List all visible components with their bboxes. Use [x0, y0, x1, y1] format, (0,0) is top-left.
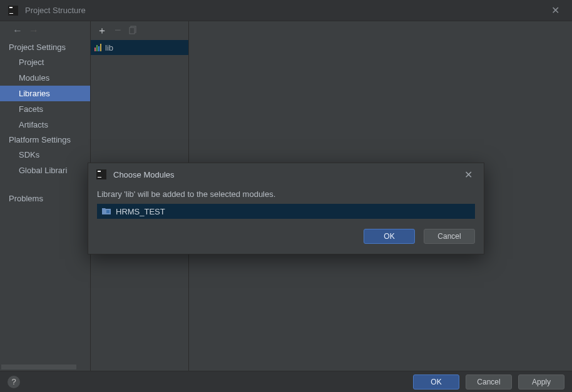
window-title: Project Structure [25, 6, 86, 15]
svg-rect-4 [130, 28, 135, 34]
nav-back-icon[interactable]: ← [13, 25, 23, 36]
sidebar: ← → Project Settings Project Modules Lib… [0, 21, 91, 371]
sidebar-item-libraries[interactable]: Libraries [0, 86, 90, 101]
modal-ok-button[interactable]: OK [364, 229, 415, 244]
sidebar-item-project[interactable]: Project [0, 54, 90, 70]
svg-rect-2 [9, 13, 13, 14]
modal-cancel-button[interactable]: Cancel [424, 229, 475, 244]
nav-history: ← → [0, 21, 90, 40]
window-title-bar: Project Structure ✕ [0, 0, 572, 21]
sidebar-item-problems[interactable]: Problems [0, 191, 90, 206]
sidebar-horizontal-scrollbar[interactable] [1, 364, 76, 369]
ok-button[interactable]: OK [413, 374, 459, 389]
choose-modules-dialog: Choose Modules ✕ Library 'lib' will be a… [88, 163, 484, 254]
dialog-button-bar: ? OK Cancel Apply [0, 371, 572, 392]
modal-module-list: HRMS_TEST [97, 204, 475, 219]
module-item-label: HRMS_TEST [116, 207, 165, 216]
modal-logo-icon [96, 169, 107, 180]
folder-icon [102, 207, 111, 216]
libraries-toolbar: ＋ − [91, 21, 188, 40]
svg-rect-1 [9, 7, 13, 8]
modal-title-bar: Choose Modules ✕ [88, 163, 484, 186]
sidebar-item-artifacts[interactable]: Artifacts [0, 117, 90, 133]
library-icon [94, 44, 101, 51]
sidebar-header-project-settings: Project Settings [0, 40, 90, 54]
library-list-item[interactable]: lib [91, 40, 188, 55]
nav-forward-icon: → [29, 25, 39, 36]
svg-rect-7 [98, 177, 101, 178]
modal-button-bar: OK Cancel [88, 225, 484, 254]
remove-library-icon: − [115, 24, 121, 37]
add-library-icon[interactable]: ＋ [97, 24, 107, 38]
sidebar-header-platform-settings: Platform Settings [0, 133, 90, 147]
cancel-button[interactable]: Cancel [466, 374, 512, 389]
apply-button[interactable]: Apply [518, 374, 564, 389]
copy-library-icon [129, 26, 138, 36]
app-logo-icon [8, 5, 19, 16]
sidebar-item-global-libraries[interactable]: Global Librari [0, 163, 90, 178]
modal-description: Library 'lib' will be added to the selec… [88, 186, 484, 204]
sidebar-spacer [0, 206, 90, 363]
sidebar-item-sdks[interactable]: SDKs [0, 147, 90, 163]
sidebar-item-facets[interactable]: Facets [0, 101, 90, 117]
module-list-item[interactable]: HRMS_TEST [97, 204, 475, 219]
modal-title: Choose Modules [113, 170, 175, 179]
window-close-button[interactable]: ✕ [546, 2, 564, 19]
help-button[interactable]: ? [8, 376, 20, 388]
modal-close-button[interactable]: ✕ [461, 166, 476, 183]
svg-rect-8 [106, 210, 110, 213]
sidebar-item-modules[interactable]: Modules [0, 70, 90, 86]
library-item-label: lib [105, 43, 113, 53]
sidebar-gap [0, 178, 90, 191]
svg-rect-6 [98, 171, 101, 172]
